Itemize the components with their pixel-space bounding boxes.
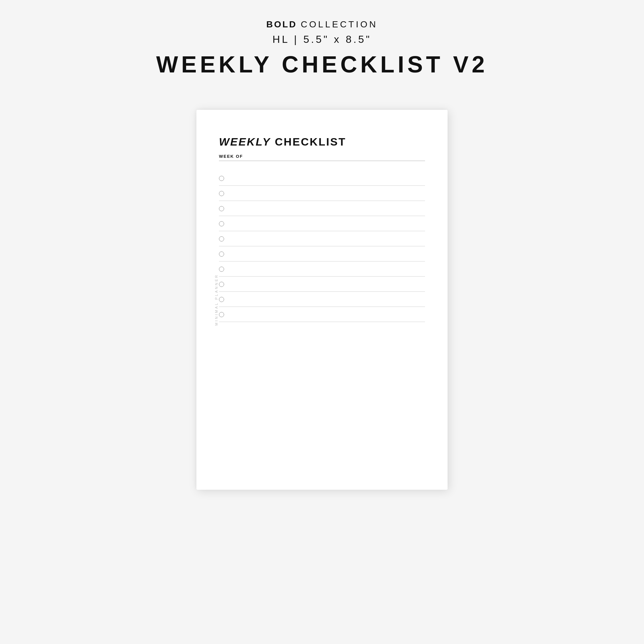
list-item[interactable]	[219, 216, 425, 231]
checklist-title: WEEKLY CHECKLIST	[219, 136, 425, 148]
list-item[interactable]	[219, 186, 425, 201]
paper-card: MINIMAL PLANNER WEEKLY CHECKLIST WEEK OF	[196, 110, 448, 490]
checkbox-circle[interactable]	[219, 221, 224, 226]
page-header: BOLD COLLECTION HL | 5.5" x 8.5" WEEKLY …	[156, 19, 488, 97]
collection-light: COLLECTION	[301, 19, 378, 29]
checkbox-circle[interactable]	[219, 176, 224, 181]
checkbox-circle[interactable]	[219, 267, 224, 272]
item-line	[231, 254, 425, 254]
item-line	[231, 194, 425, 194]
item-line	[231, 178, 425, 179]
collection-label: BOLD COLLECTION	[156, 19, 488, 30]
size-label: HL | 5.5" x 8.5"	[156, 33, 488, 45]
checkbox-circle[interactable]	[219, 251, 224, 257]
list-item[interactable]	[219, 307, 425, 322]
list-item[interactable]	[219, 261, 425, 277]
list-item[interactable]	[219, 277, 425, 292]
item-line	[231, 239, 425, 239]
item-line	[231, 209, 425, 209]
list-item[interactable]	[219, 292, 425, 307]
list-item[interactable]	[219, 201, 425, 216]
week-of-label: WEEK OF	[219, 154, 425, 159]
collection-bold: BOLD	[266, 19, 297, 29]
list-item[interactable]	[219, 246, 425, 261]
checklist-title-italic: WEEKLY	[219, 136, 271, 148]
page-title: WEEKLY CHECKLIST V2	[156, 51, 488, 78]
watermark: MINIMAL PLANNER	[214, 274, 218, 326]
checkbox-circle[interactable]	[219, 191, 224, 196]
checklist-title-rest: CHECKLIST	[271, 136, 346, 148]
week-of-line	[219, 161, 425, 161]
checkbox-circle[interactable]	[219, 297, 224, 302]
list-item[interactable]	[219, 171, 425, 186]
list-item[interactable]	[219, 231, 425, 246]
checkbox-circle[interactable]	[219, 206, 224, 211]
checkbox-circle[interactable]	[219, 236, 224, 241]
checkbox-circle[interactable]	[219, 312, 224, 317]
checkbox-circle[interactable]	[219, 282, 224, 287]
checklist-items	[219, 171, 425, 322]
item-line	[231, 269, 425, 270]
item-line	[231, 315, 425, 315]
item-line	[231, 299, 425, 300]
item-line	[231, 224, 425, 224]
item-line	[231, 284, 425, 285]
